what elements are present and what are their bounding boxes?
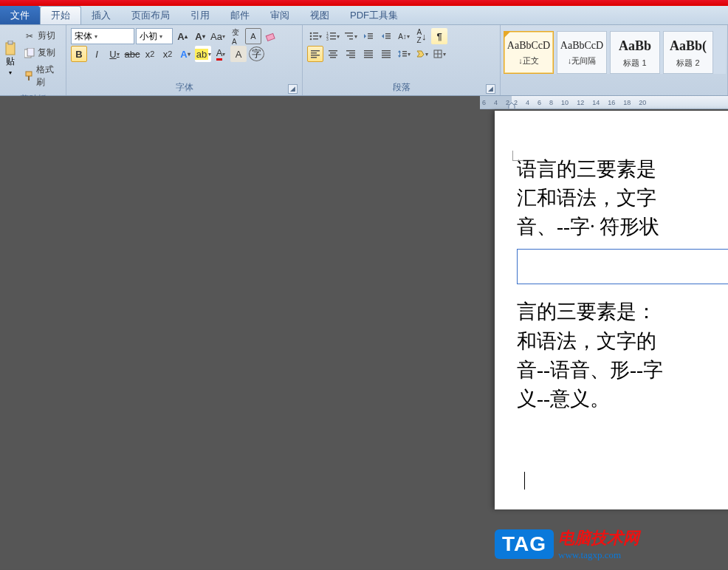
paragraph-2[interactable]: 言的三要素是： 和语法，文字的 音--语音、形--字 义--意义。 bbox=[517, 298, 728, 413]
style-no-spacing[interactable]: AaBbCcD ↓无间隔 bbox=[557, 31, 607, 74]
svg-point-7 bbox=[310, 32, 312, 35]
tab-review[interactable]: 审阅 bbox=[260, 6, 300, 24]
format-painter-button[interactable]: 格式刷 bbox=[21, 62, 61, 90]
text-direction-button[interactable]: A↕▾ bbox=[396, 28, 412, 44]
shrink-font-button[interactable]: A▾ bbox=[192, 28, 208, 44]
copy-button[interactable]: 复制 bbox=[21, 45, 61, 61]
ruler-tick: 10 bbox=[561, 99, 569, 106]
horizontal-ruler[interactable]: 6 4 2 2 4 6 8 10 12 14 16 18 20 bbox=[480, 96, 728, 109]
paragraph-1[interactable]: 语言的三要素是 汇和语法，文字 音、--字· 符形状 bbox=[517, 155, 728, 241]
font-color-button[interactable]: A▾ bbox=[213, 46, 229, 62]
cut-label: 剪切 bbox=[38, 30, 55, 42]
svg-rect-51 bbox=[402, 55, 407, 57]
paragraph-launcher[interactable]: ◢ bbox=[486, 84, 495, 94]
font-size-select[interactable]: 小初▾ bbox=[136, 28, 173, 44]
increase-indent-button[interactable] bbox=[378, 28, 394, 44]
svg-rect-29 bbox=[311, 52, 317, 54]
underline-button[interactable]: U▾ bbox=[106, 46, 123, 62]
style-heading1[interactable]: AaBb 标题 1 bbox=[610, 31, 660, 74]
font-name-select[interactable]: 宋体▾ bbox=[71, 28, 134, 44]
numbering-button[interactable]: 123▾ bbox=[325, 28, 341, 44]
tab-pdf[interactable]: PDF工具集 bbox=[340, 6, 408, 24]
svg-rect-25 bbox=[385, 33, 391, 35]
char-shading-button[interactable]: A bbox=[230, 46, 247, 62]
text-cursor-icon bbox=[524, 470, 525, 487]
style-normal[interactable]: AaBbCcD ↓正文 bbox=[504, 31, 554, 74]
svg-rect-21 bbox=[349, 38, 353, 40]
svg-rect-41 bbox=[364, 52, 373, 54]
ruler-tick: 16 bbox=[608, 99, 615, 106]
text-line: 义--意义。 bbox=[517, 385, 728, 413]
change-case-button[interactable]: Aa▾ bbox=[210, 28, 226, 44]
svg-rect-26 bbox=[385, 35, 391, 37]
paste-dd[interactable]: ▾ bbox=[4, 69, 16, 76]
highlight-button[interactable]: ab▾ bbox=[195, 46, 211, 62]
document-page[interactable]: 语言的三要素是 汇和语法，文字 音、--字· 符形状 言的三要素是： 和语法，文… bbox=[495, 111, 728, 509]
brush-icon bbox=[24, 70, 34, 82]
svg-rect-8 bbox=[313, 32, 318, 34]
sort-button[interactable]: AZ↓ bbox=[413, 28, 430, 44]
margin-corner-icon bbox=[512, 151, 523, 161]
line-spacing-button[interactable]: ▾ bbox=[396, 46, 412, 62]
shading-button[interactable]: ▾ bbox=[413, 46, 430, 62]
title-bar bbox=[0, 0, 728, 6]
style-heading2[interactable]: AaBb( 标题 2 bbox=[663, 31, 713, 74]
file-menu[interactable]: 文件 bbox=[0, 6, 40, 24]
svg-rect-37 bbox=[349, 52, 355, 54]
watermark-title: 电脑技术网 bbox=[558, 527, 639, 549]
font-launcher[interactable]: ◢ bbox=[288, 84, 298, 94]
svg-rect-43 bbox=[364, 57, 373, 58]
strikethrough-button[interactable]: abc bbox=[124, 46, 140, 62]
style-preview-text: AaBb( bbox=[668, 37, 708, 55]
italic-button[interactable]: I bbox=[89, 46, 105, 62]
svg-rect-50 bbox=[402, 53, 407, 55]
ruler-tick: 4 bbox=[526, 99, 529, 106]
svg-rect-14 bbox=[330, 32, 336, 34]
style-name-label: 标题 1 bbox=[623, 58, 646, 69]
superscript-button[interactable]: x2 bbox=[159, 46, 176, 62]
tab-references[interactable]: 引用 bbox=[180, 6, 220, 24]
show-marks-button[interactable]: ¶ bbox=[431, 28, 447, 44]
svg-rect-34 bbox=[329, 55, 337, 56]
bold-button[interactable]: B bbox=[71, 46, 87, 62]
svg-rect-42 bbox=[364, 55, 373, 56]
text-line: 言的三要素是： bbox=[517, 298, 728, 326]
svg-rect-20 bbox=[347, 35, 353, 37]
justify-button[interactable] bbox=[360, 46, 377, 62]
grow-font-button[interactable]: A▴ bbox=[174, 28, 190, 44]
phonetic-guide-button[interactable]: 变A bbox=[227, 28, 244, 44]
align-center-button[interactable] bbox=[325, 46, 341, 62]
tab-insert[interactable]: 插入 bbox=[81, 6, 121, 24]
bullets-button[interactable]: ▾ bbox=[307, 28, 323, 44]
tab-mail[interactable]: 邮件 bbox=[220, 6, 260, 24]
cut-button[interactable]: ✂剪切 bbox=[21, 28, 61, 44]
subscript-button[interactable]: x2 bbox=[142, 46, 158, 62]
svg-rect-23 bbox=[368, 35, 373, 37]
svg-rect-16 bbox=[330, 35, 336, 37]
distributed-button[interactable] bbox=[378, 46, 394, 62]
align-right-button[interactable] bbox=[343, 46, 359, 62]
clear-format-button[interactable] bbox=[263, 28, 279, 44]
paragraph-group-label: 段落 bbox=[393, 81, 411, 94]
decrease-indent-button[interactable] bbox=[360, 28, 377, 44]
align-left-button[interactable] bbox=[307, 46, 323, 62]
enclose-char-button[interactable]: 字 bbox=[248, 46, 264, 62]
group-clipboard: 贴 ▾ ✂剪切 复制 格式刷 剪贴板◢ bbox=[0, 25, 66, 95]
ribbon: 贴 ▾ ✂剪切 复制 格式刷 剪贴板◢ 宋体▾ 小初▾ A▴ A▾ Aa▾ 变A… bbox=[0, 25, 728, 96]
selected-text-box[interactable] bbox=[517, 249, 728, 284]
svg-text:3: 3 bbox=[326, 37, 329, 41]
multilevel-button[interactable]: ▾ bbox=[343, 28, 359, 44]
char-border-button[interactable]: A bbox=[245, 28, 261, 44]
group-font: 宋体▾ 小初▾ A▴ A▾ Aa▾ 变A A B I U▾ abc x2 x2 … bbox=[66, 25, 303, 95]
tab-view[interactable]: 视图 bbox=[300, 6, 340, 24]
svg-rect-4 bbox=[26, 72, 32, 76]
svg-rect-31 bbox=[311, 57, 317, 58]
tab-home[interactable]: 开始 bbox=[40, 6, 81, 24]
paste-icon[interactable] bbox=[4, 42, 16, 54]
borders-button[interactable]: ▾ bbox=[431, 46, 447, 62]
tab-layout[interactable]: 页面布局 bbox=[121, 6, 180, 24]
ruler-tick: 20 bbox=[639, 99, 646, 106]
svg-rect-32 bbox=[329, 50, 337, 52]
text-effects-button[interactable]: A▾ bbox=[177, 46, 193, 62]
svg-rect-35 bbox=[330, 57, 336, 58]
